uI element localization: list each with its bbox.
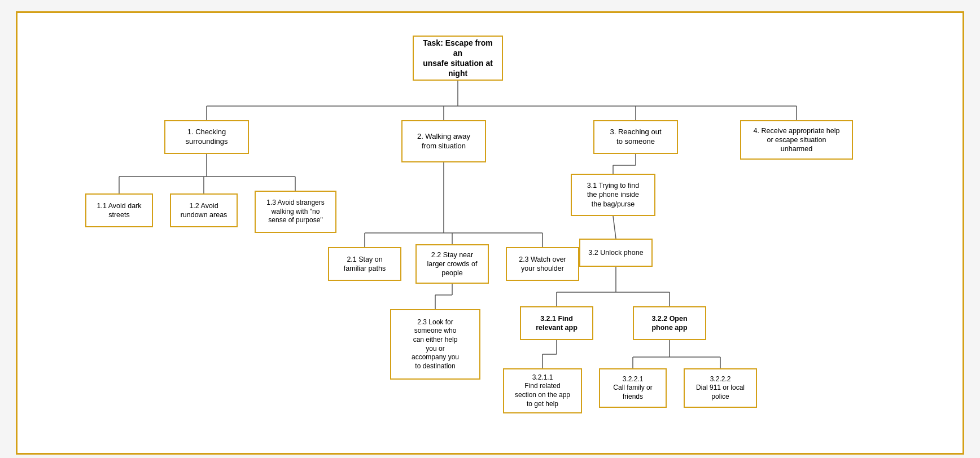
- node-3221: 3.2.2.1 Call family or friends: [599, 368, 667, 408]
- svg-line-22: [613, 216, 616, 239]
- node-3211: 3.2.1.1 Find related section on the app …: [503, 368, 582, 413]
- node-321: 3.2.1 Find relevant app: [520, 306, 593, 340]
- node-231: 2.3 Look for someone who can either help…: [390, 309, 480, 380]
- node-1: 1. Checking surroundings: [164, 120, 249, 154]
- node-22: 2.2 Stay near larger crowds of people: [415, 244, 489, 284]
- node-322: 3.2.2 Open phone app: [633, 306, 706, 340]
- outer-border: Task: Escape from an unsafe situation at…: [16, 11, 964, 455]
- node-21: 2.1 Stay on familiar paths: [328, 247, 401, 281]
- node-12: 1.2 Avoid rundown areas: [170, 193, 238, 227]
- node-3: 3. Reaching out to someone: [593, 120, 678, 154]
- node-32: 3.2 Unlock phone: [579, 239, 653, 267]
- diagram: Task: Escape from an unsafe situation at…: [29, 24, 951, 442]
- node-23: 2.3 Watch over your shoulder: [506, 247, 579, 281]
- node-4: 4. Receive appropriate help or escape si…: [740, 120, 853, 160]
- node-2: 2. Walking away from situation: [401, 120, 486, 162]
- node-13: 1.3 Avoid strangers walking with "no sen…: [255, 191, 336, 233]
- node-11: 1.1 Avoid dark streets: [85, 193, 153, 227]
- node-3222: 3.2.2.2 Dial 911 or local police: [684, 368, 757, 408]
- node-31: 3.1 Trying to find the phone inside the …: [571, 174, 655, 216]
- connector-lines: [29, 24, 951, 442]
- root-node: Task: Escape from an unsafe situation at…: [413, 36, 503, 81]
